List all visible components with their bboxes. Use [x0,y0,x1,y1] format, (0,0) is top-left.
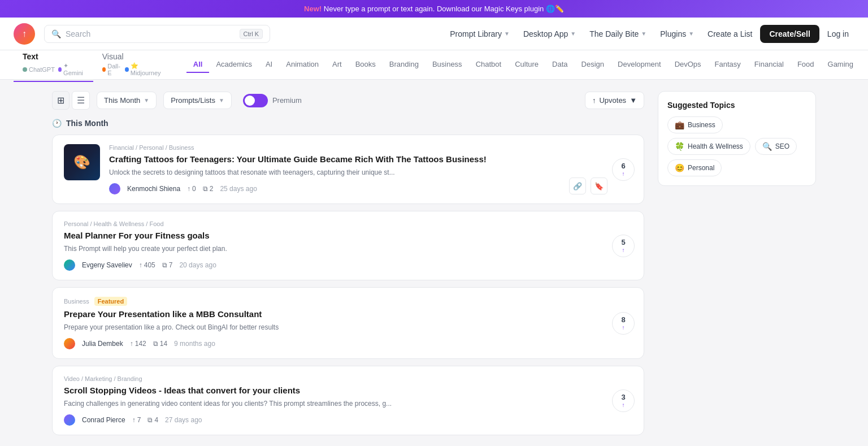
prompt-card[interactable]: Financial / Personal / Business Crafting… [52,135,644,204]
upvote-count: ↑ 405 [139,261,155,269]
category-art[interactable]: Art [326,57,349,73]
card-title: Crafting Tattoos for Teenagers: Your Ult… [109,153,632,165]
category-development[interactable]: Development [611,57,668,73]
copy-count: ⧉ 4 [147,416,158,424]
tab-visual[interactable]: Visual Dall-E ⭐ Midjourney [93,47,173,82]
time-ago: 25 days ago [220,185,257,193]
prompt-card[interactable]: Video / Marketing / Branding Scroll Stop… [52,366,644,435]
type-filter-dropdown[interactable]: Prompts/Lists ▼ [163,92,232,109]
filter-bar: ⊞ ☰ This Month ▼ Prompts/Lists ▼ Premium… [52,91,644,110]
category-gaming[interactable]: Gaming [821,57,854,73]
topic-tag-personal[interactable]: 😊 Personal [667,159,722,176]
category-ai[interactable]: AI [259,57,279,73]
clock-icon: 🕐 [52,119,62,128]
main-layout: ⊞ ☰ This Month ▼ Prompts/Lists ▼ Premium… [38,80,830,446]
sort-icon: ↑ [592,96,596,105]
premium-toggle[interactable] [243,94,268,107]
card-title: Prepare Your Presentation like a MBB Con… [64,308,632,320]
time-filter-dropdown[interactable]: This Month ▼ [97,92,157,109]
banner-text: Never type a prompt or text again. Downl… [324,5,544,13]
grid-view-button[interactable]: ⊞ [52,91,70,110]
gemini-label: ✦ Gemini [63,62,84,76]
copy-icon: ⧉ [203,185,208,193]
vote-number: 6 [621,162,625,170]
category-design[interactable]: Design [575,57,611,73]
time-ago: 9 months ago [174,340,215,348]
vote-button[interactable]: 3 ↑ [612,389,635,412]
copy-count: ⧉ 7 [162,261,173,269]
topic-tag-health-wellness[interactable]: 🍀 Health & Wellness [667,138,750,155]
nav-daily-bite[interactable]: The Daily Bite ▼ [584,26,652,42]
category-data[interactable]: Data [545,57,574,73]
category-fantasy[interactable]: Fantasy [708,57,748,73]
copy-icon: ⧉ [162,261,167,269]
login-button[interactable]: Log in [822,26,854,42]
chevron-down-icon: ▼ [570,31,576,37]
card-categories: Video / Marketing / Branding [64,375,632,382]
categories: All Academics AI Animation Art Books Bra… [186,57,854,73]
category-all[interactable]: All [186,57,210,73]
category-branding[interactable]: Branding [383,57,426,73]
chevron-down-icon: ▼ [504,31,510,37]
time-ago: 27 days ago [165,416,202,424]
vote-arrow-icon: ↑ [622,324,625,331]
category-devops[interactable]: DevOps [668,57,708,73]
premium-toggle-container: Premium [243,94,302,107]
copy-count: ⧉ 14 [153,340,167,348]
vote-circle[interactable]: 5 ↑ [612,235,635,257]
nav-plugins[interactable]: Plugins ▼ [654,26,700,42]
logo-icon: ↑ [22,29,27,39]
copy-icon: ⧉ [147,416,153,424]
vote-button[interactable]: 5 ↑ [612,235,635,257]
nav-create-list[interactable]: Create a List [702,26,758,42]
vote-circle[interactable]: 6 ↑ [612,158,635,181]
tab-text[interactable]: Text ChatGPT ✦ Gemini [14,47,93,82]
logo[interactable]: ↑ [14,23,35,45]
author-avatar [64,414,75,426]
midjourney-dot [125,67,129,72]
vote-circle[interactable]: 3 ↑ [612,389,635,412]
card-description: Prepare your presentation like a pro. Ch… [64,322,632,332]
dalle-dot [102,67,106,72]
category-academics[interactable]: Academics [209,57,259,73]
card-description: This Prompt will help you create your pe… [64,244,632,254]
vote-button[interactable]: 6 ↑ [612,158,635,181]
nav-links: Prompt Library ▼ Desktop App ▼ The Daily… [444,25,854,43]
search-icon: 🔍 [51,29,61,38]
card-categories: Business Featured [64,297,632,306]
banner-highlight: New! [304,5,322,13]
category-culture[interactable]: Culture [508,57,545,73]
bookmark-button[interactable]: 🔖 [591,177,607,194]
topic-tag-seo[interactable]: 🔍 SEO [755,138,797,155]
type-filter-label: Prompts/Lists [171,96,215,105]
chevron-down-icon: ▼ [219,97,224,103]
nav-prompt-library[interactable]: Prompt Library ▼ [444,26,515,42]
plugin-icons: 🌐✏️ [546,5,564,13]
topic-label: Business [688,121,715,129]
featured-badge: Featured [94,297,127,306]
prompt-card[interactable]: Business Featured Prepare Your Presentat… [52,287,644,359]
copy-link-button[interactable]: 🔗 [569,177,586,194]
category-business[interactable]: Business [426,57,469,73]
card-meta: Conrad Pierce ↑ 7 ⧉ 4 27 days ago [64,414,632,426]
vote-circle[interactable]: 8 ↑ [612,312,635,335]
sort-dropdown[interactable]: ↑ Upvotes ▼ [585,92,644,109]
category-animation[interactable]: Animation [279,57,326,73]
category-food[interactable]: Food [791,57,821,73]
search-bar[interactable]: 🔍 Search Ctrl K [44,25,270,43]
create-sell-button[interactable]: Create/Sell [760,25,819,43]
prompt-thumbnail [64,144,100,180]
vote-number: 8 [621,315,625,324]
personal-emoji: 😊 [675,163,684,172]
list-view-button[interactable]: ☰ [72,91,90,110]
category-chatbot[interactable]: Chatbot [469,57,509,73]
time-ago: 20 days ago [179,261,216,269]
category-books[interactable]: Books [349,57,383,73]
vote-arrow-icon: ↑ [622,402,625,408]
category-financial[interactable]: Financial [748,57,791,73]
nav-desktop-app[interactable]: Desktop App ▼ [518,26,581,42]
topic-tag-business[interactable]: 💼 Business [667,116,723,133]
card-categories: Financial / Personal / Business [109,144,632,151]
prompt-card[interactable]: Personal / Health & Wellness / Food Meal… [52,211,644,280]
vote-button[interactable]: 8 ↑ [612,312,635,335]
